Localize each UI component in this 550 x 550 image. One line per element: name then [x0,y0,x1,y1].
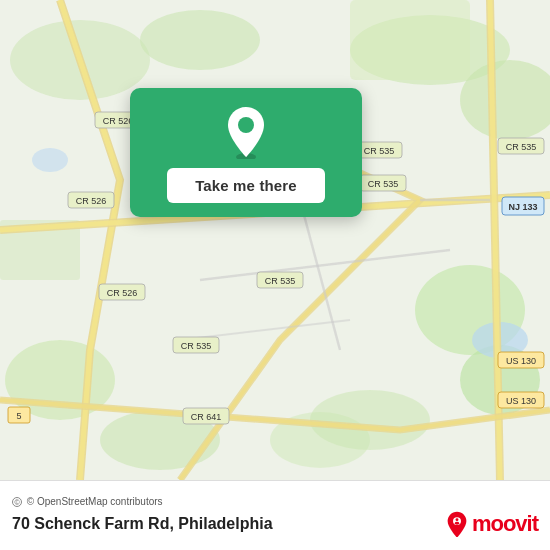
svg-text:NJ 133: NJ 133 [508,202,537,212]
take-me-there-button[interactable]: Take me there [167,168,325,203]
moovit-wordmark: moovit [472,511,538,537]
location-pin-icon [220,106,272,158]
osm-credit: © © OpenStreetMap contributors [12,496,538,507]
svg-point-42 [238,117,254,133]
osm-icon: © [12,497,22,507]
svg-point-2 [140,10,260,70]
svg-point-45 [455,522,459,525]
svg-text:CR 526: CR 526 [76,196,107,206]
svg-text:CR 535: CR 535 [368,179,399,189]
address-text: 70 Schenck Farm Rd, Philadelphia [12,515,273,533]
svg-text:US 130: US 130 [506,396,536,406]
svg-text:US 130: US 130 [506,356,536,366]
svg-rect-5 [350,0,470,80]
bottom-bar: © © OpenStreetMap contributors 70 Schenc… [0,480,550,550]
svg-text:CR 641: CR 641 [191,412,222,422]
svg-text:CR 535: CR 535 [506,142,537,152]
navigation-card: Take me there [130,88,362,217]
svg-point-44 [455,518,458,521]
svg-point-12 [310,390,430,450]
svg-text:CR 526: CR 526 [107,288,138,298]
svg-text:CR 535: CR 535 [265,276,296,286]
address-row: 70 Schenck Farm Rd, Philadelphia moovit [12,511,538,537]
svg-point-14 [32,148,68,172]
svg-text:CR 526: CR 526 [103,116,134,126]
moovit-logo: moovit [446,511,538,537]
svg-text:5: 5 [16,411,21,421]
map-container: CR 526 CR 526 CR 526 CR 535 CR 535 CR 53… [0,0,550,480]
svg-text:CR 535: CR 535 [364,146,395,156]
svg-text:CR 535: CR 535 [181,341,212,351]
moovit-pin-icon [446,511,468,537]
